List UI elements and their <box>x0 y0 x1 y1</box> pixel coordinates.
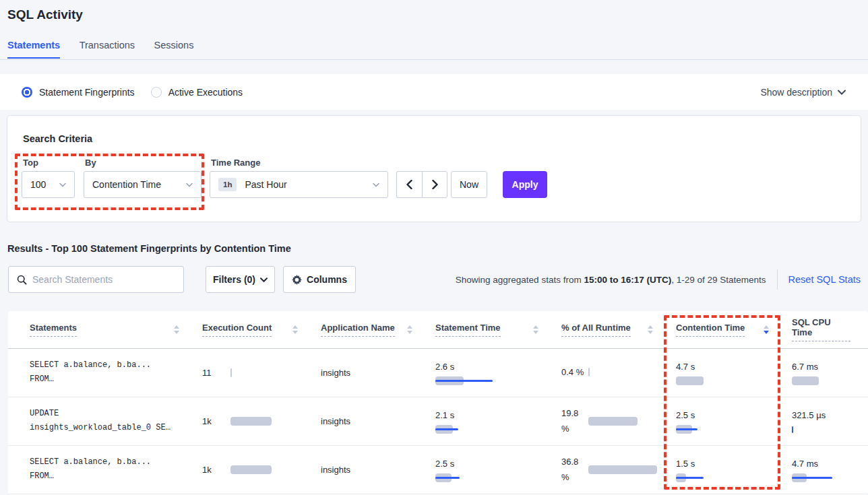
sort-icon-active-desc[interactable] <box>764 325 769 334</box>
execution-count-bar <box>230 465 315 474</box>
column-header-contention-time[interactable]: Contention Time <box>671 311 786 348</box>
table-body: SELECT a.balance, b.ba...FROM… 11 insigh… <box>8 348 868 494</box>
time-range-badge: 1h <box>218 178 237 191</box>
stats-summary: Showing aggregated stats from 15:00 to 1… <box>456 266 861 293</box>
page-title: SQL Activity <box>7 7 83 22</box>
contention-time-value: 1.5 s <box>676 459 695 469</box>
top-select[interactable]: 100 <box>22 171 75 198</box>
tab-statements[interactable]: Statements <box>7 40 60 59</box>
table-header-row: Statements Execution Count Application N… <box>8 311 868 348</box>
statements-table-card: Statements Execution Count Application N… <box>8 311 868 495</box>
statement-line1: SELECT a.balance, b.ba... <box>30 455 197 469</box>
statement-time-value: 2.5 s <box>435 459 454 469</box>
sort-icon[interactable] <box>407 325 412 334</box>
chevron-down-icon <box>59 183 66 187</box>
execution-count-value: 1k <box>202 465 230 475</box>
chevron-left-icon <box>406 180 412 189</box>
column-header-sql-cpu-time[interactable]: SQL CPU Time <box>786 311 868 348</box>
contention-time-bar <box>676 425 750 434</box>
statements-table: Statements Execution Count Application N… <box>8 311 868 494</box>
statement-time-value: 2.1 s <box>435 410 454 420</box>
pct-runtime-value: 36.8 % <box>561 454 588 486</box>
tab-sessions[interactable]: Sessions <box>154 40 194 57</box>
pct-runtime-value: 0.4 % <box>561 364 588 380</box>
next-time-button[interactable] <box>422 171 447 198</box>
sort-icon[interactable] <box>292 325 298 334</box>
tab-bar: Statements Transactions Sessions <box>0 39 868 60</box>
statement-time-bar <box>435 376 509 385</box>
sql-cpu-time-value: 321.5 µs <box>792 410 827 420</box>
pct-runtime-value: 19.8 % <box>561 405 588 437</box>
contention-time-value: 4.7 s <box>676 362 695 372</box>
application-name-value: insights <box>321 465 350 475</box>
show-description-toggle[interactable]: Show description <box>760 74 846 110</box>
time-range-select[interactable]: 1h Past Hour <box>210 171 388 198</box>
contention-time-value: 2.5 s <box>676 410 695 420</box>
sql-cpu-time-value: 4.7 ms <box>792 459 827 469</box>
column-header-statements[interactable]: Statements <box>8 311 197 348</box>
time-nav-group <box>396 171 447 198</box>
sql-cpu-time-bar <box>792 473 866 482</box>
contention-time-bar <box>676 473 750 482</box>
search-criteria-heading: Search Criteria <box>23 133 92 144</box>
reset-sql-stats-link[interactable]: Reset SQL Stats <box>788 274 861 285</box>
stats-time-range: 15:00 to 16:17 (UTC) <box>584 275 671 285</box>
now-button[interactable]: Now <box>451 171 487 198</box>
by-select[interactable]: Contention Time <box>84 171 202 198</box>
pct-runtime-bar <box>588 368 671 376</box>
top-label: Top <box>23 158 38 168</box>
table-row[interactable]: SELECT a.balance, b.ba...FROM… 11 insigh… <box>8 348 868 397</box>
radio-active-executions[interactable]: Active Executions <box>151 87 243 98</box>
filters-button[interactable]: Filters (0) <box>206 266 275 293</box>
chevron-right-icon <box>432 180 438 189</box>
execution-count-value: 1k <box>202 416 230 426</box>
contention-time-bar <box>676 376 750 385</box>
sql-cpu-time-bar <box>792 376 866 385</box>
radio-statement-fingerprints[interactable]: Statement Fingerprints <box>22 87 135 98</box>
sort-icon[interactable] <box>174 325 179 334</box>
tab-transactions[interactable]: Transactions <box>80 40 135 57</box>
statement-fingerprint[interactable]: SELECT a.balance, b.ba...FROM… <box>30 455 197 484</box>
statement-time-bar <box>435 425 509 434</box>
statement-time-value: 2.6 s <box>435 362 454 372</box>
columns-button[interactable]: Columns <box>283 266 356 293</box>
chevron-down-icon <box>838 90 846 95</box>
statement-line2: insights_workload_table_0 SE… <box>30 421 197 435</box>
statement-line1: UPDATE <box>30 407 197 421</box>
sql-cpu-time-value: 6.7 ms <box>792 362 827 372</box>
statement-line1: SELECT a.balance, b.ba... <box>30 358 197 372</box>
table-row[interactable]: SELECT a.balance, b.ba...FROM… 1k insigh… <box>8 445 868 494</box>
view-toggle-bar: Statement Fingerprints Active Executions… <box>0 74 868 110</box>
radio-selected-icon <box>22 87 32 98</box>
statement-fingerprint[interactable]: UPDATEinsights_workload_table_0 SE… <box>30 407 197 435</box>
previous-time-button[interactable] <box>396 171 422 198</box>
gear-icon <box>292 275 302 285</box>
search-criteria-card: Search Criteria Top 100 By Contention Ti… <box>7 115 861 222</box>
application-name-value: insights <box>321 416 350 426</box>
execution-count-value: 11 <box>202 368 230 378</box>
sort-icon[interactable] <box>533 325 538 334</box>
statement-time-bar <box>435 473 509 482</box>
sort-icon[interactable] <box>648 325 653 334</box>
sql-activity-page: SQL Activity Statements Transactions Ses… <box>0 0 868 495</box>
chevron-down-icon <box>373 183 379 187</box>
stats-text-prefix: Showing aggregated stats from <box>456 275 584 285</box>
column-header-statement-time[interactable]: Statement Time <box>430 311 556 348</box>
by-label: By <box>85 158 96 168</box>
results-heading: Results - Top 100 Statement Fingerprints… <box>7 243 291 254</box>
apply-button[interactable]: Apply <box>503 171 547 198</box>
column-header-pct-runtime[interactable]: % of All Runtime <box>556 311 671 348</box>
sql-cpu-time-bar <box>792 425 866 434</box>
chevron-down-icon <box>186 183 193 187</box>
statement-line2: FROM… <box>30 372 197 387</box>
column-header-application-name[interactable]: Application Name <box>315 311 430 348</box>
application-name-value: insights <box>321 368 350 378</box>
column-header-execution-count[interactable]: Execution Count <box>197 311 315 348</box>
search-icon <box>17 275 27 285</box>
statement-search-box <box>8 266 184 293</box>
vertical-divider <box>777 269 778 290</box>
statement-fingerprint[interactable]: SELECT a.balance, b.ba...FROM… <box>30 358 197 387</box>
table-row[interactable]: UPDATEinsights_workload_table_0 SE… 1k i… <box>8 397 868 445</box>
chevron-down-icon <box>260 277 268 282</box>
search-input[interactable] <box>32 274 183 285</box>
